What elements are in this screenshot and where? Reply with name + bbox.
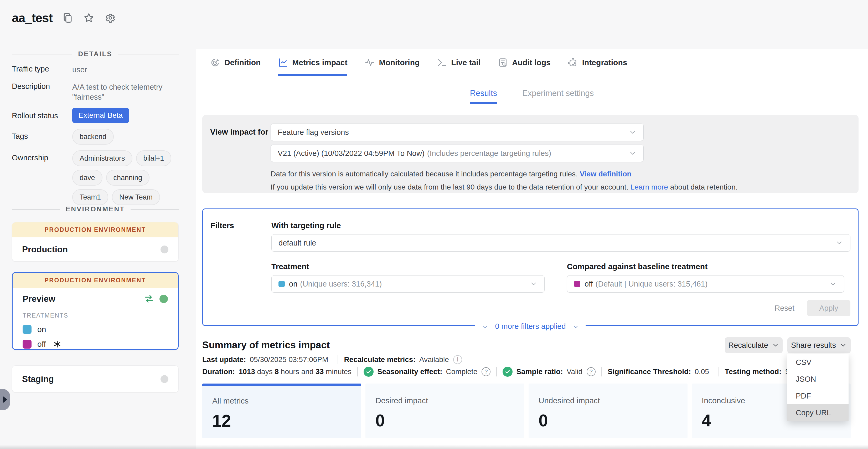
question-icon[interactable]: ? xyxy=(482,367,491,376)
environment-name: Production xyxy=(22,244,160,255)
learn-more-link[interactable]: Learn more xyxy=(630,183,668,191)
rollout-status-row: Rollout status External Beta xyxy=(12,108,179,123)
card-all-metrics[interactable]: All metrics 12 xyxy=(202,384,361,438)
page: aa_test DETAILS Traffic type user Descri… xyxy=(0,0,868,449)
chevron-down-icon xyxy=(829,280,837,288)
menu-item-csv[interactable]: CSV xyxy=(787,354,848,371)
info-icon[interactable]: i xyxy=(453,355,462,364)
treatment-dropdown[interactable]: on (Unique users: 316,341) xyxy=(271,275,545,293)
divider xyxy=(718,367,719,377)
tag-pill: backend xyxy=(72,129,114,145)
menu-item-json[interactable]: JSON xyxy=(787,371,848,388)
ownership-row: Ownership Administrators bilal+1 dave ch… xyxy=(12,150,179,205)
expand-triangle-icon xyxy=(3,396,7,403)
treatment-label: Treatment xyxy=(271,262,545,271)
significance-value: 0.05 xyxy=(694,367,709,376)
sample-ratio-label: Sample ratio: xyxy=(516,367,563,376)
details-section-heading: DETAILS xyxy=(12,50,179,58)
copy-icon[interactable] xyxy=(62,12,73,24)
environment-card-staging[interactable]: Staging xyxy=(12,365,179,392)
impact-type-dropdown[interactable]: Feature flag versions xyxy=(271,124,644,141)
owner-pill: dave xyxy=(72,170,102,186)
audit-log-icon xyxy=(498,58,508,67)
targeting-rule-value: default rule xyxy=(278,239,835,247)
chevron-down-icon xyxy=(573,323,579,330)
menu-item-pdf[interactable]: PDF xyxy=(787,388,848,404)
question-icon[interactable]: ? xyxy=(587,367,595,376)
divider xyxy=(338,355,338,364)
menu-item-copy-url[interactable]: Copy URL xyxy=(787,404,848,421)
sample-ratio-value: Valid xyxy=(567,367,583,376)
card-undesired-impact[interactable]: Undesired impact 0 xyxy=(529,384,687,438)
tab-live-tail[interactable]: Live tail xyxy=(437,49,480,76)
testing-method-label: Testing method: xyxy=(725,367,781,376)
environment-status-dot xyxy=(160,245,168,253)
tab-audit-logs[interactable]: Audit logs xyxy=(498,49,551,76)
ownership-label: Ownership xyxy=(12,150,72,205)
treatment-off-label: off xyxy=(37,340,46,349)
data-retention-note: If you update this version we will only … xyxy=(271,182,848,192)
traffic-type-label: Traffic type xyxy=(12,63,72,74)
impact-type-value: Feature flag versions xyxy=(278,128,629,137)
targeting-rule-dropdown[interactable]: default rule xyxy=(271,234,850,251)
owner-pill: Administrators xyxy=(72,150,132,166)
chevron-down-icon xyxy=(835,239,843,247)
description-row: Description A/A test to check telemetry … xyxy=(12,81,179,102)
subtab-results[interactable]: Results xyxy=(470,89,497,104)
view-impact-label: View impact for xyxy=(202,115,271,193)
main-panel: Definition Metrics impact Monitoring Liv… xyxy=(196,49,868,449)
target-icon xyxy=(210,58,220,67)
metric-summary-cards: All metrics 12 Desired impact 0 Undesire… xyxy=(202,384,859,438)
divider xyxy=(357,367,358,377)
tab-metrics-impact[interactable]: Metrics impact xyxy=(278,49,347,76)
chevron-down-icon xyxy=(530,280,537,288)
success-check-icon xyxy=(502,367,513,377)
description-value: A/A test to check telemetry "fairness" xyxy=(72,81,176,102)
production-environment-banner: PRODUCTION ENVIRONMENT xyxy=(12,273,178,288)
treatment-value: on xyxy=(289,280,298,289)
tab-integrations[interactable]: Integrations xyxy=(568,49,627,76)
divider xyxy=(601,367,602,377)
environment-card-production[interactable]: PRODUCTION ENVIRONMENT Production xyxy=(12,222,179,262)
tab-monitoring[interactable]: Monitoring xyxy=(365,49,420,76)
more-filters-toggle[interactable]: 0 more filters applied xyxy=(475,322,586,331)
summary-status-line-2: Duration: 1013 days 8 hours and 33 minut… xyxy=(202,366,859,377)
summary-header: Summary of metrics impact Recalculate Sh… xyxy=(202,337,859,353)
recalculate-button[interactable]: Recalculate xyxy=(725,337,783,353)
view-definition-link[interactable]: View definition xyxy=(580,170,631,178)
gear-icon[interactable] xyxy=(104,12,116,24)
last-update-label: Last update: xyxy=(202,355,246,364)
view-impact-panel: View impact for Feature flag versions V2… xyxy=(202,115,859,193)
last-update-value: 05/30/2025 03:57:06PM xyxy=(250,355,328,364)
production-environment-banner: PRODUCTION ENVIRONMENT xyxy=(12,222,178,237)
flag-header: aa_test xyxy=(12,10,116,25)
subtab-experiment-settings[interactable]: Experiment settings xyxy=(522,89,594,104)
treatment-on-label: on xyxy=(37,325,46,334)
treatments-heading: TREATMENTS xyxy=(12,312,178,319)
sidebar-expand-handle[interactable] xyxy=(0,389,10,410)
star-icon[interactable] xyxy=(83,12,95,24)
environment-active-dot xyxy=(159,295,168,303)
reset-button[interactable]: Reset xyxy=(774,304,795,312)
chevron-down-icon xyxy=(772,341,779,349)
targeting-rule-label: With targeting rule xyxy=(271,221,850,230)
environment-section-heading: ENVIRONMENT xyxy=(12,205,179,213)
duration-label: Duration: xyxy=(202,367,235,376)
baseline-dropdown[interactable]: off (Default | Unique users: 315,461) xyxy=(567,275,844,293)
baseline-value-detail: (Default | Unique users: 315,461) xyxy=(595,280,829,289)
summary-status-line-1: Last update: 05/30/2025 03:57:06PM Recal… xyxy=(202,354,859,365)
environment-name: Staging xyxy=(22,374,160,384)
version-value: V21 (Active) (10/03/2022 04:59PM To Now) xyxy=(278,149,425,158)
owner-pill: channing xyxy=(106,170,150,186)
card-desired-impact[interactable]: Desired impact 0 xyxy=(366,384,524,438)
tab-definition[interactable]: Definition xyxy=(210,49,260,76)
version-dropdown[interactable]: V21 (Active) (10/03/2022 04:59PM To Now)… xyxy=(271,145,644,162)
tab-bar: Definition Metrics impact Monitoring Liv… xyxy=(196,49,868,76)
treatment-on-row: on xyxy=(12,325,178,334)
recalculate-metrics-label: Recalculate metrics: xyxy=(344,355,415,364)
apply-button[interactable]: Apply xyxy=(807,300,850,316)
owner-pill: New Team xyxy=(112,189,160,205)
chevron-down-icon xyxy=(840,341,847,349)
environment-card-preview[interactable]: PRODUCTION ENVIRONMENT Preview TREATMENT… xyxy=(12,272,179,350)
share-results-button[interactable]: Share results xyxy=(787,337,851,353)
